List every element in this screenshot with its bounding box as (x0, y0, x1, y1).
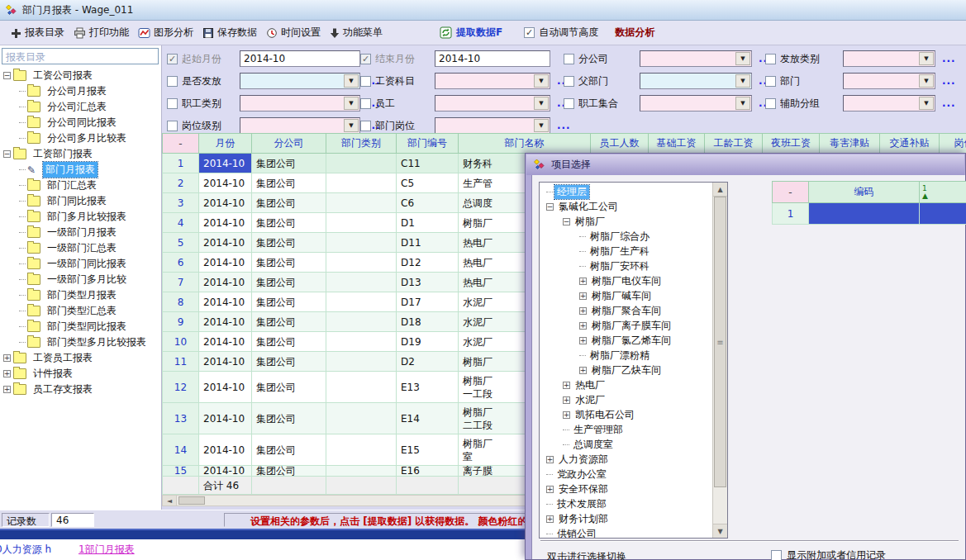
grid-sort-header[interactable]: 1 ▲ (920, 181, 966, 203)
expand-icon[interactable]: + (579, 337, 587, 344)
tree-item[interactable]: +员工存支报表 (2, 382, 161, 397)
column-header-工龄工资[interactable]: 工龄工资 (705, 133, 763, 154)
tree-item[interactable]: −工资公司报表 (2, 68, 161, 83)
table-cell[interactable] (326, 273, 397, 292)
chevron-down-icon[interactable]: ▼ (919, 52, 934, 65)
tree-item[interactable]: +水泥厂 (541, 392, 712, 407)
tree-item[interactable]: 一级部门多月比较 (2, 272, 161, 287)
tree-item[interactable]: −树脂厂 (541, 214, 712, 229)
table-cell[interactable]: 2014-10 (199, 173, 252, 193)
table-cell[interactable]: E15 (397, 434, 459, 466)
table-cell[interactable]: D18 (397, 312, 459, 332)
filter-checkbox[interactable] (564, 98, 574, 109)
column-header-夜班工资[interactable]: 夜班工资 (763, 133, 820, 154)
grid-selected-cell[interactable] (920, 203, 966, 225)
table-cell[interactable]: D12 (397, 253, 459, 273)
table-cell[interactable]: D2 (397, 352, 459, 372)
table-cell[interactable]: D17 (397, 292, 459, 312)
table-cell[interactable] (326, 173, 397, 193)
tree-item[interactable]: 一级部门月报表 (2, 225, 161, 240)
table-cell[interactable]: 集团公司 (252, 173, 326, 193)
expand-icon[interactable]: + (579, 292, 587, 300)
table-cell[interactable]: 集团公司 (252, 253, 326, 273)
column-header-基础工资[interactable]: 基础工资 (649, 133, 705, 154)
auto-height-checkbox[interactable]: ✓ (524, 27, 535, 38)
table-cell[interactable]: D11 (397, 233, 459, 253)
table-cell[interactable] (326, 332, 397, 352)
tree-item[interactable]: +树脂厂电仪车间 (541, 273, 712, 288)
filter-combobox[interactable]: ▼ (435, 117, 550, 133)
column-header-岗位[interactable]: 岗位 (940, 133, 966, 154)
filter-checkbox[interactable] (360, 121, 371, 131)
window-list-item[interactable]: 0人力资源 h (0, 543, 51, 557)
tree-item[interactable]: 部门类型同比报表 (2, 319, 161, 335)
column-header--[interactable]: - (162, 133, 199, 154)
table-cell[interactable]: D1 (397, 213, 459, 233)
month-input[interactable]: 2014-10 (435, 50, 550, 67)
chevron-down-icon[interactable]: ▼ (735, 97, 750, 110)
table-cell[interactable]: 集团公司 (252, 434, 326, 466)
collapse-icon[interactable]: − (3, 72, 11, 79)
tree-item[interactable]: −工资部门报表 (2, 146, 161, 162)
tree-item[interactable]: 部门汇总表 (2, 178, 161, 193)
dialog-grid-row[interactable]: 1 (772, 203, 966, 225)
filter-combobox[interactable]: ▼ (640, 50, 752, 67)
expand-icon[interactable]: + (563, 382, 570, 389)
table-cell[interactable]: D19 (397, 332, 459, 352)
month-input[interactable]: 2014-10 (240, 50, 360, 67)
filter-checkbox[interactable] (765, 76, 776, 87)
table-cell[interactable] (326, 434, 397, 466)
table-cell[interactable]: 集团公司 (252, 233, 326, 253)
column-header-员工人数[interactable]: 员工人数 (591, 133, 649, 154)
column-header-部门名称[interactable]: 部门名称 (459, 133, 591, 154)
filter-checkbox[interactable] (167, 76, 178, 87)
tree-item[interactable]: 一级部门同比报表 (2, 256, 161, 272)
tree-item[interactable]: 树脂厂生产科 (541, 244, 712, 259)
table-cell[interactable]: 2014-10 (199, 154, 252, 173)
tree-item[interactable]: 部门同比报表 (2, 193, 161, 209)
dialog-title-bar[interactable]: 项目选择 (526, 154, 964, 175)
tree-item[interactable]: +人力资源部 (541, 452, 712, 467)
table-cell[interactable]: 集团公司 (252, 352, 326, 372)
filter-combobox[interactable]: ▼ (435, 95, 550, 112)
more-options-button[interactable]: ... (557, 120, 571, 131)
tree-item[interactable]: 技术发展部 (541, 496, 712, 511)
table-cell[interactable]: C6 (397, 193, 459, 213)
expand-icon[interactable]: + (3, 386, 11, 393)
tree-item[interactable]: +树脂厂氯乙烯车间 (541, 333, 712, 348)
tree-item[interactable]: 部门类型月报表 (2, 287, 161, 303)
collapse-icon[interactable]: − (563, 218, 570, 225)
tree-item[interactable]: +树脂厂聚合车间 (541, 303, 712, 318)
table-cell[interactable]: 集团公司 (252, 273, 326, 292)
tree-item[interactable]: 总调度室 (541, 437, 712, 452)
tree-item[interactable]: −氯碱化工公司 (541, 199, 712, 214)
expand-icon[interactable]: + (579, 307, 587, 315)
filter-checkbox[interactable] (167, 98, 178, 109)
chevron-down-icon[interactable]: ▼ (735, 52, 750, 65)
tree-item[interactable]: +树脂厂碱车间 (541, 288, 712, 303)
filter-combobox[interactable]: ▼ (843, 50, 935, 67)
table-cell[interactable]: 2014-10 (199, 213, 252, 233)
scroll-down-icon[interactable]: ▼ (713, 524, 727, 538)
chevron-down-icon[interactable]: ▼ (344, 74, 359, 88)
tree-item[interactable]: 分公司汇总表 (2, 99, 161, 115)
table-cell[interactable] (326, 213, 397, 233)
table-cell[interactable]: E14 (397, 403, 459, 434)
column-header-交通补贴[interactable]: 交通补贴 (880, 133, 940, 154)
table-cell[interactable]: 2014-10 (199, 403, 252, 434)
tree-item[interactable]: 部门类型多月比较报表 (2, 335, 161, 350)
table-cell[interactable]: 集团公司 (252, 213, 326, 233)
grid-selected-cell[interactable] (809, 203, 920, 225)
data-analysis-link[interactable]: 数据分析 (615, 26, 654, 40)
table-cell[interactable]: E13 (397, 372, 459, 403)
filter-combobox[interactable]: ▼ (843, 95, 935, 112)
table-cell[interactable] (326, 233, 397, 253)
table-cell[interactable]: E16 (397, 466, 459, 477)
toolbar-button-报表目录[interactable]: 报表目录 (7, 24, 70, 41)
tree-item[interactable]: 分公司多月比较表 (2, 131, 161, 146)
chevron-down-icon[interactable]: ▼ (534, 74, 549, 88)
filter-combobox[interactable]: ▼ (640, 73, 752, 89)
table-cell[interactable]: 集团公司 (252, 154, 326, 173)
window-list-item-active[interactable]: 1部门月报表 (79, 543, 135, 557)
table-cell[interactable]: 2014-10 (199, 352, 252, 372)
